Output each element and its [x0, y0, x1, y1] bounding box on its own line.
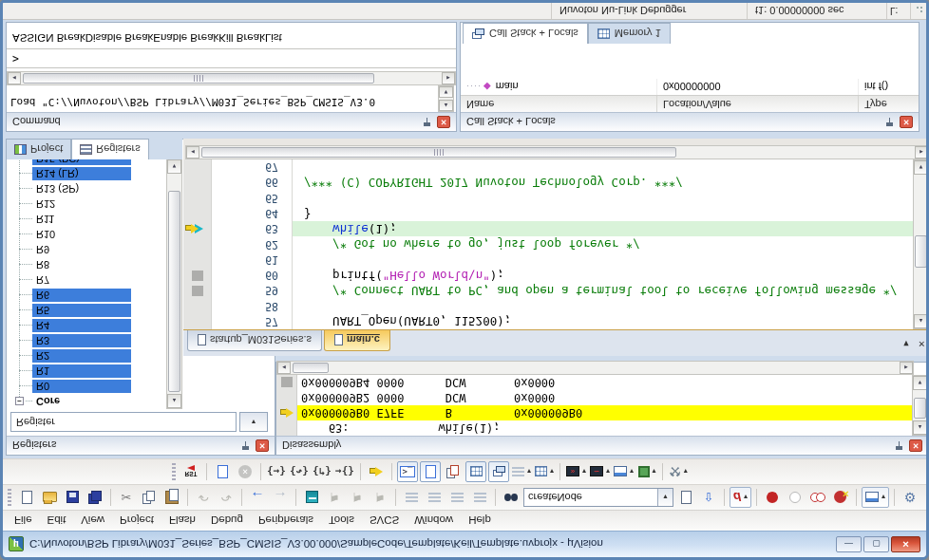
navigate-back-button[interactable]: ← [247, 487, 268, 508]
symbol-window-button[interactable] [443, 461, 464, 482]
register-row-r3[interactable]: R3 [7, 333, 166, 348]
kill-all-breakpoints-button[interactable]: ✕ [830, 487, 851, 508]
register-row-r7[interactable]: R7 [7, 272, 166, 288]
scroll-left-button[interactable]: ◄ [277, 362, 291, 374]
callstack-row-main[interactable]: ····◆main 0x00000000 int f() [461, 79, 919, 95]
redo-button[interactable]: ↷ [216, 487, 237, 508]
editor-hscrollbar[interactable]: ◄ ► [185, 145, 929, 159]
callstack-window-button[interactable] [488, 461, 509, 482]
trace-dropdown-icon[interactable]: ▾ [630, 468, 634, 476]
menu-svcs[interactable]: SVCS [362, 513, 407, 530]
command-output[interactable]: Load "C://Nuvoton//BSP Library//M031_Ser… [7, 85, 456, 112]
reset-cpu-button[interactable]: RST [180, 461, 201, 482]
registers-tree[interactable]: − Core R0 R1 R2 R3 R4 R5 R6 R7 R8 R9 R10… [7, 159, 166, 409]
bookmark-toggle-button[interactable] [301, 487, 322, 508]
memory-windows-button[interactable]: ▾ [534, 461, 555, 482]
register-row-r4[interactable]: R4 [7, 318, 166, 333]
scroll-right-button[interactable]: ► [442, 72, 455, 84]
debug-toolbar-grip[interactable] [172, 463, 176, 480]
scroll-right-button[interactable]: ► [900, 362, 913, 374]
register-row-r15[interactable]: R15 (PC) [7, 159, 166, 166]
trace-windows-button[interactable]: ▾ [613, 461, 635, 482]
close-document-button[interactable]: ✕ [918, 339, 925, 348]
command-window-button[interactable]: >_ [397, 461, 418, 482]
stop-button[interactable]: ✕ [235, 461, 256, 482]
scroll-right-button[interactable]: ► [915, 146, 928, 159]
toolbox-dropdown-icon[interactable]: ▾ [684, 468, 688, 476]
scroll-thumb[interactable] [168, 191, 180, 392]
comment-button[interactable] [446, 487, 467, 508]
scroll-up-button[interactable]: ▲ [913, 420, 927, 435]
registers-window-button[interactable] [465, 461, 486, 482]
disassembly-hscrollbar[interactable]: ◄ ► [276, 361, 914, 375]
menu-project[interactable]: Project [112, 513, 161, 530]
tab-callstack-locals[interactable]: Call Stack + Locals [463, 23, 588, 44]
disassembly-window-button[interactable] [420, 461, 441, 482]
scroll-down-button[interactable]: ▼ [914, 160, 928, 175]
scroll-up-button[interactable]: ▲ [914, 314, 928, 328]
register-row-r11[interactable]: R11 [7, 212, 166, 227]
register-row-r12[interactable]: R12 [7, 196, 166, 212]
registers-panel-header[interactable]: Registers ✕ [7, 436, 275, 455]
disassembly-vscrollbar[interactable]: ▲ ▼ [912, 375, 928, 436]
collapse-icon[interactable]: − [15, 397, 24, 405]
step-over-button[interactable]: {↷} [289, 461, 310, 482]
insert-breakpoint-button[interactable] [762, 487, 783, 508]
pin-icon[interactable] [423, 117, 431, 127]
debug-dropdown-icon[interactable]: ▾ [744, 494, 748, 502]
menu-file[interactable]: File [7, 513, 40, 530]
serial-dropdown-icon[interactable]: ▾ [582, 468, 586, 476]
menu-window[interactable]: Window [407, 513, 461, 530]
disable-all-breakpoints-button[interactable] [807, 487, 828, 508]
register-row-r13[interactable]: R13 (SP) [7, 181, 166, 196]
menu-help[interactable]: Help [461, 513, 499, 530]
tab-memory-1[interactable]: Memory 1 [588, 23, 671, 44]
tab-startup-file[interactable]: startup_M031Series.s [187, 330, 322, 351]
command-hscrollbar[interactable]: ◄ ► [7, 71, 456, 85]
register-row-r8[interactable]: R8 [7, 257, 166, 272]
command-close-button[interactable]: ✕ [437, 116, 450, 128]
callstack-panel-header[interactable]: Call Stack + Locals ✕ [461, 112, 919, 131]
open-file-button[interactable] [39, 487, 60, 508]
scroll-down-button[interactable]: ▼ [439, 86, 453, 98]
debug-toolbox-button[interactable]: ⚒▾ [668, 461, 689, 482]
menu-flash[interactable]: Flash [161, 513, 203, 530]
find-in-files-button[interactable] [501, 487, 521, 508]
scroll-up-button[interactable]: ▲ [167, 394, 181, 408]
register-row-r9[interactable]: R9 [7, 242, 166, 257]
menu-debug[interactable]: Debug [203, 513, 251, 530]
register-row-r2[interactable]: R2 [7, 348, 166, 364]
disassembly-panel-header[interactable]: Disassembly ✕ [276, 436, 928, 455]
scroll-left-button[interactable]: ◄ [186, 146, 199, 159]
pin-icon[interactable] [241, 440, 250, 451]
title-bar[interactable]: µ C:/Nuvoton/BSP Library/M031_Series_BSP… [3, 531, 926, 557]
disassembly-gutter[interactable] [276, 420, 297, 436]
layout-dropdown-icon[interactable]: ▾ [882, 494, 885, 502]
tab-main-c[interactable]: main.c [324, 330, 390, 351]
tab-project[interactable]: Project [6, 139, 71, 159]
undo-button[interactable]: ↶ [193, 487, 214, 508]
find-dropdown-button[interactable]: ▼ [657, 489, 673, 506]
save-all-button[interactable] [85, 487, 105, 508]
uncomment-button[interactable] [469, 487, 490, 508]
column-type[interactable]: Type [859, 96, 919, 112]
menu-tools[interactable]: Tools [321, 513, 362, 530]
serial-windows-button[interactable]: »▾ [565, 461, 587, 482]
configure-button[interactable]: ⚙ [900, 487, 920, 508]
toolbar-grip[interactable] [8, 489, 11, 506]
tab-list-button[interactable]: ▼ [902, 339, 911, 348]
find-combobox[interactable]: createNode ▼ [523, 488, 673, 507]
register-row-r6[interactable]: R6 [7, 288, 166, 303]
start-stop-debug-button[interactable]: d▾ [730, 487, 751, 508]
system-viewer-button[interactable]: ▾ [636, 461, 657, 482]
code-editor[interactable]: 57 UART_Open(UART0, 115200); 58 59 /* Co… [183, 159, 913, 329]
register-group-core[interactable]: − Core [7, 394, 166, 409]
register-row-r1[interactable]: R1 [7, 364, 166, 379]
registers-close-button[interactable]: ✕ [256, 439, 269, 452]
maximize-button[interactable]: ▢ [863, 536, 889, 552]
next-bookmark-button[interactable]: ⚑ [347, 487, 368, 508]
save-button[interactable] [62, 487, 83, 508]
scroll-up-button[interactable]: ▲ [439, 100, 453, 111]
command-vscrollbar[interactable]: ▲ ▼ [438, 85, 454, 112]
register-row-r10[interactable]: R10 [7, 227, 166, 242]
